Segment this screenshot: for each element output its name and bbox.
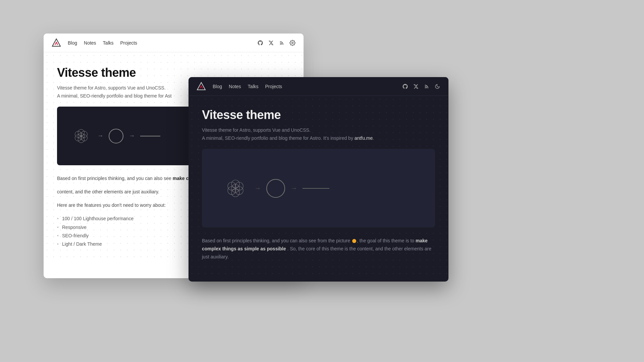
svg-point-1 <box>78 133 84 139</box>
circle-el-light <box>109 129 123 143</box>
page-title-dark: Vitesse theme <box>202 108 435 122</box>
desc-dark: A minimal, SEO-riendly portfolio and blo… <box>202 135 435 141</box>
svg-point-14 <box>235 186 243 194</box>
svg-point-13 <box>228 186 236 194</box>
rss-icon-dark[interactable] <box>424 83 430 89</box>
settings-icon-light[interactable] <box>289 40 296 46</box>
hline-dark <box>303 188 329 189</box>
arrow1-light: → <box>97 132 103 139</box>
graphic-dark: → → <box>222 175 329 202</box>
svg-point-6 <box>75 134 82 141</box>
nav-link-talks-light[interactable]: Talks <box>103 40 114 46</box>
nav-link-blog-dark[interactable]: Blog <box>213 84 222 89</box>
nav-link-notes-dark[interactable]: Notes <box>229 84 241 89</box>
nav-links-dark: Blog Notes Talks Projects <box>213 84 402 89</box>
nav-icons-light <box>257 40 296 46</box>
hline-light <box>140 136 160 136</box>
arrow2-dark: → <box>290 184 297 192</box>
arrow2-light: → <box>129 132 135 139</box>
svg-point-12 <box>235 182 243 190</box>
svg-point-4 <box>75 131 82 137</box>
twitter-icon-light[interactable] <box>268 40 274 46</box>
svg-point-0 <box>292 42 293 44</box>
svg-point-5 <box>81 131 87 137</box>
nav-links-light: Blog Notes Talks Projects <box>68 40 257 46</box>
moon-icon-dark[interactable] <box>434 83 440 89</box>
logo-light[interactable] <box>52 38 61 48</box>
graphic-light: → → <box>70 125 160 147</box>
body-text-dark: Based on first principles thinking, and … <box>202 237 435 261</box>
logo-dark[interactable] <box>197 82 206 91</box>
nav-light: Blog Notes Talks Projects <box>44 34 304 52</box>
subtitle-dark: Vitesse theme for Astro, supports Vue an… <box>202 127 435 133</box>
antfu-link[interactable]: antfu.me <box>355 135 373 141</box>
nav-link-notes-light[interactable]: Notes <box>84 40 96 46</box>
nav-link-talks-dark[interactable]: Talks <box>248 84 259 89</box>
dark-window: Blog Notes Talks Projects Vitesse theme … <box>189 77 448 282</box>
nav-link-projects-dark[interactable]: Projects <box>265 84 282 89</box>
github-icon-dark[interactable] <box>402 83 408 89</box>
nav-link-blog-light[interactable]: Blog <box>68 40 77 46</box>
content-dark: Vitesse theme Vitesse theme for Astro, s… <box>189 96 448 277</box>
nav-link-projects-light[interactable]: Projects <box>120 40 138 46</box>
nav-dark: Blog Notes Talks Projects <box>189 77 448 96</box>
svg-point-7 <box>81 134 87 141</box>
image-area-dark: → → <box>202 149 435 228</box>
twitter-icon-dark[interactable] <box>413 83 419 89</box>
nav-icons-dark <box>402 83 440 89</box>
rss-icon-light[interactable] <box>279 40 285 46</box>
github-icon-light[interactable] <box>257 40 263 46</box>
svg-point-8 <box>231 184 239 192</box>
arrow1-dark: → <box>254 184 261 192</box>
circle-el-dark <box>266 179 285 198</box>
svg-point-11 <box>228 182 236 190</box>
emoji-dot <box>352 239 356 243</box>
